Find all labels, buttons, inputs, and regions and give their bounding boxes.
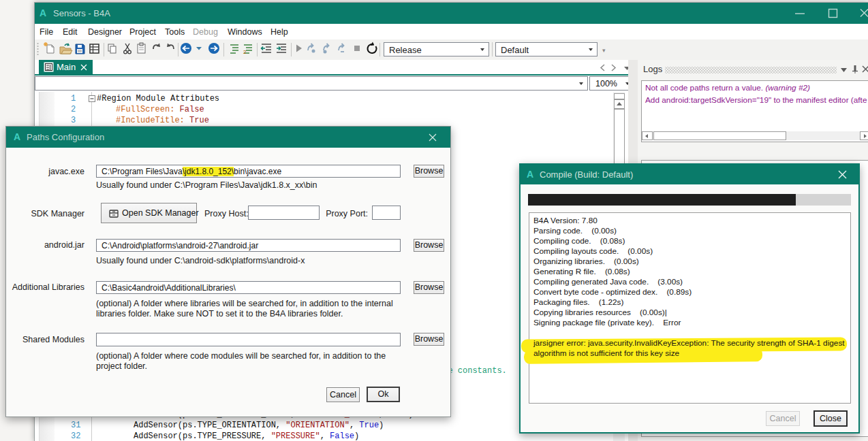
svg-text:2: 2: [243, 49, 247, 55]
